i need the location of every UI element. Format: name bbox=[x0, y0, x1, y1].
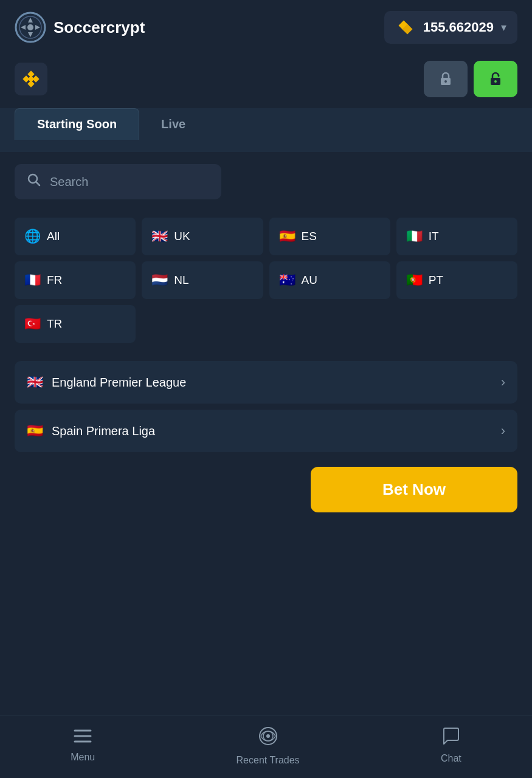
country-item-tr[interactable]: 🇹🇷 TR bbox=[15, 305, 136, 343]
country-item-es[interactable]: 🇪🇸 ES bbox=[269, 218, 390, 255]
lock-locked-button[interactable] bbox=[424, 61, 468, 97]
lock-open-icon bbox=[486, 70, 505, 88]
recent-trades-icon bbox=[257, 725, 279, 751]
header: Soccercrypt 155.662029 ▾ bbox=[0, 0, 532, 55]
binance-icon[interactable] bbox=[15, 63, 47, 95]
globe-icon: 🌐 bbox=[24, 229, 41, 244]
nav-menu-label: Menu bbox=[71, 752, 95, 763]
flag-fr: 🇫🇷 bbox=[24, 272, 41, 288]
nav-chat-label: Chat bbox=[441, 753, 461, 764]
lock-unlocked-button[interactable] bbox=[474, 61, 517, 97]
nav-recent-trades-label: Recent Trades bbox=[237, 755, 300, 766]
leagues-area: 🇬🇧 England Premier League › 🇪🇸 Spain Pri… bbox=[0, 355, 532, 458]
country-code-au: AU bbox=[302, 274, 317, 287]
chevron-right-spain: › bbox=[501, 423, 505, 439]
chevron-right-england: › bbox=[501, 374, 505, 390]
balance-dropdown-arrow[interactable]: ▾ bbox=[501, 21, 506, 34]
chat-icon bbox=[441, 727, 461, 749]
balance-area[interactable]: 155.662029 ▾ bbox=[384, 11, 517, 44]
bet-now-container: Bet Now bbox=[0, 461, 532, 473]
country-item-it[interactable]: 🇮🇹 IT bbox=[396, 218, 517, 255]
country-grid: 🌐 All 🇬🇧 UK 🇪🇸 ES 🇮🇹 IT 🇫🇷 FR 🇳🇱 NL 🇦🇺 A… bbox=[0, 212, 532, 355]
hamburger-icon bbox=[74, 728, 92, 748]
nav-item-menu[interactable]: Menu bbox=[71, 728, 95, 763]
country-code-fr: FR bbox=[47, 274, 62, 287]
flag-england: 🇬🇧 bbox=[27, 374, 43, 390]
league-name-spain: Spain Primera Liga bbox=[52, 424, 155, 438]
tabs-area: Starting Soon Live bbox=[0, 108, 532, 152]
svg-point-6 bbox=[27, 24, 33, 30]
league-left-spain: 🇪🇸 Spain Primera Liga bbox=[27, 423, 155, 439]
flag-tr: 🇹🇷 bbox=[24, 316, 41, 332]
flag-nl: 🇳🇱 bbox=[151, 272, 168, 288]
sub-header bbox=[0, 55, 532, 108]
binance-logo-svg bbox=[20, 68, 42, 90]
league-left-england: 🇬🇧 England Premier League bbox=[27, 374, 186, 390]
bet-now-button[interactable]: Bet Now bbox=[311, 467, 517, 512]
svg-point-18 bbox=[494, 80, 497, 83]
bottom-nav: Menu Recent Trades Chat bbox=[0, 715, 532, 778]
league-item-spain[interactable]: 🇪🇸 Spain Primera Liga › bbox=[15, 410, 517, 452]
tabs: Starting Soon Live bbox=[15, 108, 517, 140]
logo-text: Soccercrypt bbox=[54, 18, 145, 37]
country-code-pt: PT bbox=[429, 274, 443, 287]
country-code-tr: TR bbox=[47, 317, 62, 331]
svg-rect-14 bbox=[27, 75, 34, 82]
flag-it: 🇮🇹 bbox=[406, 229, 423, 244]
search-area bbox=[0, 152, 532, 212]
nav-item-recent-trades[interactable]: Recent Trades bbox=[237, 725, 300, 766]
flag-es: 🇪🇸 bbox=[279, 229, 295, 244]
country-item-all[interactable]: 🌐 All bbox=[15, 218, 136, 255]
svg-line-20 bbox=[36, 182, 40, 186]
lock-buttons bbox=[424, 61, 517, 97]
tab-live[interactable]: Live bbox=[139, 108, 207, 140]
country-item-uk[interactable]: 🇬🇧 UK bbox=[142, 218, 263, 255]
country-item-fr[interactable]: 🇫🇷 FR bbox=[15, 261, 136, 299]
country-code-it: IT bbox=[429, 230, 439, 243]
country-item-nl[interactable]: 🇳🇱 NL bbox=[142, 261, 263, 299]
nav-item-chat[interactable]: Chat bbox=[441, 727, 461, 764]
flag-uk: 🇬🇧 bbox=[151, 229, 168, 244]
league-item-england[interactable]: 🇬🇧 England Premier League › bbox=[15, 361, 517, 404]
balance-value: 155.662029 bbox=[423, 19, 494, 35]
country-code-nl: NL bbox=[174, 274, 188, 287]
search-input[interactable] bbox=[50, 175, 209, 189]
svg-point-26 bbox=[266, 734, 270, 738]
country-code-all: All bbox=[47, 230, 60, 243]
soccercrypt-logo-icon bbox=[15, 12, 46, 43]
flag-au: 🇦🇺 bbox=[279, 272, 295, 288]
flag-pt: 🇵🇹 bbox=[406, 272, 423, 288]
search-icon bbox=[27, 173, 41, 191]
search-box bbox=[15, 164, 221, 199]
svg-point-16 bbox=[444, 80, 447, 83]
country-code-es: ES bbox=[302, 230, 317, 243]
flag-spain: 🇪🇸 bbox=[27, 423, 43, 439]
token-icon bbox=[395, 17, 416, 38]
tab-starting-soon[interactable]: Starting Soon bbox=[15, 108, 139, 140]
country-item-pt[interactable]: 🇵🇹 PT bbox=[396, 261, 517, 299]
lock-closed-icon bbox=[437, 70, 455, 88]
country-item-au[interactable]: 🇦🇺 AU bbox=[269, 261, 390, 299]
league-name-england: England Premier League bbox=[52, 376, 186, 390]
logo-area: Soccercrypt bbox=[15, 12, 145, 43]
country-code-uk: UK bbox=[174, 230, 190, 243]
